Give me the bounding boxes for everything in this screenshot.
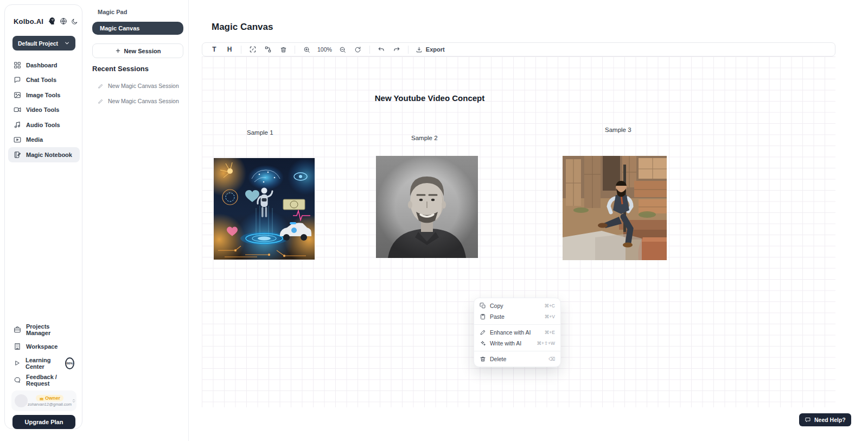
zoom-out-button[interactable] [336, 43, 349, 55]
briefcase-icon [14, 326, 21, 333]
sidebar-item-projects-manager[interactable]: Projects Manager [8, 321, 80, 338]
context-menu-item-delete[interactable]: Delete ⌫ [474, 354, 560, 364]
panel-item-magic-canvas[interactable]: Magic Canvas [92, 22, 183, 35]
help-chat-icon [805, 417, 811, 423]
sidebar-item-chat-tools[interactable]: Chat Tools [8, 73, 80, 88]
context-menu-divider [474, 351, 560, 351]
building-icon [14, 343, 21, 350]
session-item[interactable]: New Magic Canvas Session [98, 81, 184, 91]
user-account-card[interactable]: Owner zoharvan12@gmail.com [11, 390, 76, 411]
sidebar-item-video-tools[interactable]: Video Tools [8, 103, 80, 118]
dark-mode-moon-icon[interactable] [71, 18, 78, 25]
context-menu-item-enhance-with-ai[interactable]: Enhance with AI ⌘+E [474, 327, 560, 338]
crown-icon [39, 396, 44, 401]
zoom-in-button[interactable] [300, 43, 313, 55]
avatar [15, 394, 28, 407]
globe-icon[interactable] [60, 17, 67, 25]
copy-icon [480, 303, 486, 309]
sidebar-item-magic-notebook[interactable]: Magic Notebook [8, 147, 80, 162]
zoom-level: 100% [315, 46, 334, 53]
context-menu-item-copy[interactable]: Copy ⌘+C [474, 300, 560, 311]
trash-icon [480, 356, 486, 362]
shortcut-hint: ⌘+V [545, 314, 555, 319]
sidebar-item-label: Image Tools [26, 92, 60, 98]
app-logo: Kolbo.AI [14, 17, 43, 26]
chat-icon [14, 76, 21, 84]
sidebar-item-label: Video Tools [26, 106, 59, 113]
learning-progress-badge: 66% [65, 357, 74, 369]
sample-1-image[interactable]: ¥ [214, 158, 315, 260]
reset-view-button[interactable] [352, 43, 365, 55]
sidebar-item-learning-center[interactable]: Learning Center 66% [8, 355, 80, 371]
chevron-down-icon [64, 40, 70, 46]
canvas-heading-text[interactable]: New Youtube Video Concept [375, 93, 485, 103]
ai-select-tool-button[interactable] [246, 43, 259, 55]
plus-icon [115, 48, 121, 54]
brain-head-icon [47, 17, 56, 26]
shortcut-hint: ⌘+⇧+W [537, 341, 555, 346]
download-icon [416, 46, 423, 53]
shortcut-hint: ⌘+C [544, 303, 555, 308]
sample-3-label[interactable]: Sample 3 [605, 127, 631, 133]
image-icon [14, 91, 21, 99]
sidebar-item-feedback-request[interactable]: Feedback / Request [8, 371, 80, 388]
app-root: Kolbo.AI Default Project Dashboard [0, 0, 868, 441]
delete-tool-button[interactable] [277, 43, 290, 55]
dashboard-icon [14, 61, 21, 69]
sample-2-label[interactable]: Sample 2 [411, 135, 438, 141]
redo-button[interactable] [390, 43, 403, 55]
context-menu-item-paste[interactable]: Paste ⌘+V [474, 311, 560, 322]
canvas-toolbar: T H 100% Export [202, 42, 835, 56]
video-camera-icon [14, 106, 21, 114]
connector-tool-button[interactable] [261, 43, 275, 55]
need-help-button[interactable]: Need Help? [799, 413, 851, 426]
media-folder-icon [14, 136, 21, 143]
sidebar-item-label: Feedback / Request [26, 374, 74, 387]
context-menu: Copy ⌘+C Paste ⌘+V Enhance with AI ⌘+E W… [474, 298, 561, 367]
toolbar-divider [241, 46, 241, 54]
toolbar-divider [369, 46, 370, 54]
page-title: Magic Canvas [212, 22, 273, 33]
pencil-icon [98, 83, 104, 89]
magic-pen-icon [480, 329, 486, 336]
heading-tool-button[interactable]: H [223, 43, 236, 55]
notebook-pen-icon [14, 151, 21, 159]
sidebar-item-image-tools[interactable]: Image Tools [8, 87, 80, 103]
sidebar-item-audio-tools[interactable]: Audio Tools [8, 117, 80, 133]
logo-row: Kolbo.AI [14, 17, 76, 26]
expand-chevrons-icon [72, 398, 76, 404]
upgrade-plan-button[interactable]: Upgrade Plan [12, 415, 75, 429]
project-selector-label: Default Project [18, 40, 58, 47]
shortcut-hint: ⌘+E [545, 330, 555, 335]
sidebar-item-label: Workspace [26, 343, 58, 350]
session-item[interactable]: New Magic Canvas Session [98, 96, 184, 106]
user-email: zoharvan12@gmail.com [28, 402, 72, 407]
text-tool-button[interactable]: T [208, 43, 221, 55]
owner-role-badge: Owner [36, 395, 63, 401]
sidebar-nav: Dashboard Chat Tools Image Tools Video T… [8, 58, 80, 162]
sidebar-item-label: Learning Center [25, 357, 59, 370]
export-button[interactable]: Export [413, 46, 447, 53]
sidebar-item-label: Chat Tools [26, 77, 56, 83]
sidebar-footer-nav: Projects Manager Workspace Learning Cent… [8, 321, 80, 388]
sidebar-item-media[interactable]: Media [8, 133, 80, 148]
recent-sessions-title: Recent Sessions [92, 65, 149, 73]
context-menu-item-write-with-ai[interactable]: Write with AI ⌘+⇧+W [474, 338, 560, 349]
feedback-bubble-icon [14, 376, 21, 384]
magic-pad-panel: Magic Pad Magic Canvas New Session Recen… [85, 0, 189, 441]
sidebar-item-dashboard[interactable]: Dashboard [8, 58, 80, 73]
project-selector[interactable]: Default Project [12, 36, 75, 51]
sample-3-image[interactable] [563, 156, 667, 260]
sample-1-label[interactable]: Sample 1 [247, 129, 273, 136]
sidebar-item-label: Projects Manager [26, 323, 74, 336]
toolbar-divider [295, 46, 295, 54]
shortcut-hint: ⌫ [548, 356, 555, 362]
sparkles-icon [480, 340, 486, 346]
sidebar-item-workspace[interactable]: Workspace [8, 338, 80, 355]
music-note-icon [14, 121, 21, 129]
play-icon [14, 360, 21, 367]
new-session-button[interactable]: New Session [92, 43, 183, 58]
undo-button[interactable] [375, 43, 388, 55]
sample-2-image[interactable] [376, 156, 478, 258]
sidebar-item-label: Media [26, 136, 43, 143]
